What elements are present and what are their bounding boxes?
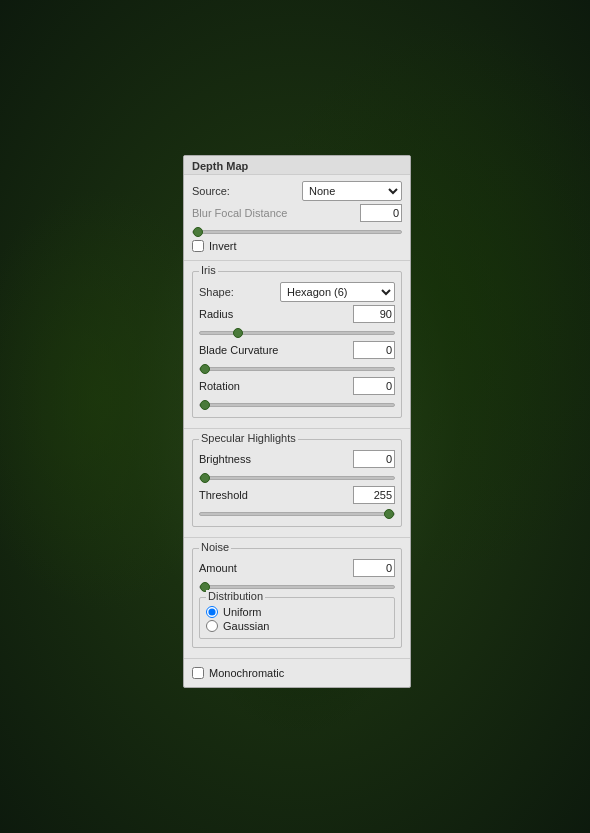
depth-map-title-text: Depth Map <box>192 160 248 172</box>
rotation-slider-container <box>199 397 395 409</box>
main-panel: Depth Map Source: None Transparency Laye… <box>183 155 411 688</box>
monochromatic-label: Monochromatic <box>209 667 284 679</box>
rotation-label: Rotation <box>199 380 240 392</box>
rotation-input[interactable] <box>353 377 395 395</box>
amount-input[interactable] <box>353 559 395 577</box>
iris-section: Iris Shape: Triangle (3) Square (4) Pent… <box>184 261 410 429</box>
uniform-label: Uniform <box>223 606 262 618</box>
brightness-slider[interactable] <box>199 476 395 480</box>
blade-curvature-slider-container <box>199 361 395 373</box>
specular-group-label: Specular Highlights <box>199 432 298 444</box>
invert-checkbox[interactable] <box>192 240 204 252</box>
blur-focal-slider[interactable] <box>192 230 402 234</box>
threshold-label: Threshold <box>199 489 248 501</box>
source-row: Source: None Transparency Layer Mask <box>192 181 402 201</box>
blade-curvature-input[interactable] <box>353 341 395 359</box>
brightness-input[interactable] <box>353 450 395 468</box>
blur-focal-input[interactable] <box>360 204 402 222</box>
noise-section: Noise Amount Distribution Uniform Gau <box>184 538 410 659</box>
rotation-slider[interactable] <box>199 403 395 407</box>
blur-focal-row: Blur Focal Distance <box>192 204 402 222</box>
blur-focal-slider-container <box>192 224 402 236</box>
threshold-slider-container <box>199 506 395 518</box>
source-label: Source: <box>192 185 230 197</box>
monochromatic-row: Monochromatic <box>192 667 402 679</box>
uniform-row: Uniform <box>206 606 388 618</box>
noise-group-label: Noise <box>199 541 231 553</box>
rotation-row: Rotation <box>199 377 395 395</box>
depth-map-title: Depth Map <box>184 156 410 175</box>
radius-input[interactable] <box>353 305 395 323</box>
invert-label: Invert <box>209 240 237 252</box>
iris-group-label: Iris <box>199 264 218 276</box>
radius-row: Radius <box>199 305 395 323</box>
threshold-slider[interactable] <box>199 512 395 516</box>
blur-focal-label: Blur Focal Distance <box>192 207 287 219</box>
source-select[interactable]: None Transparency Layer Mask <box>302 181 402 201</box>
distribution-label: Distribution <box>206 590 265 602</box>
iris-group: Iris Shape: Triangle (3) Square (4) Pent… <box>192 271 402 418</box>
uniform-radio[interactable] <box>206 606 218 618</box>
blade-curvature-slider[interactable] <box>199 367 395 371</box>
specular-section: Specular Highlights Brightness Threshold <box>184 429 410 538</box>
shape-label: Shape: <box>199 286 234 298</box>
blade-curvature-row: Blade Curvature <box>199 341 395 359</box>
depth-map-section: Source: None Transparency Layer Mask Blu… <box>184 175 410 261</box>
brightness-slider-container <box>199 470 395 482</box>
threshold-input[interactable] <box>353 486 395 504</box>
shape-select[interactable]: Triangle (3) Square (4) Pentagon (5) Hex… <box>280 282 395 302</box>
distribution-group: Distribution Uniform Gaussian <box>199 597 395 639</box>
brightness-label: Brightness <box>199 453 251 465</box>
gaussian-radio[interactable] <box>206 620 218 632</box>
threshold-row: Threshold <box>199 486 395 504</box>
brightness-row: Brightness <box>199 450 395 468</box>
noise-group: Noise Amount Distribution Uniform Gau <box>192 548 402 648</box>
gaussian-label: Gaussian <box>223 620 269 632</box>
gaussian-row: Gaussian <box>206 620 388 632</box>
monochromatic-section: Monochromatic <box>184 659 410 687</box>
shape-row: Shape: Triangle (3) Square (4) Pentagon … <box>199 282 395 302</box>
radius-slider[interactable] <box>199 331 395 335</box>
specular-group: Specular Highlights Brightness Threshold <box>192 439 402 527</box>
amount-row: Amount <box>199 559 395 577</box>
radius-slider-container <box>199 325 395 337</box>
blade-curvature-label: Blade Curvature <box>199 344 279 356</box>
monochromatic-checkbox[interactable] <box>192 667 204 679</box>
amount-label: Amount <box>199 562 237 574</box>
distribution-options: Uniform Gaussian <box>206 606 388 632</box>
radius-label: Radius <box>199 308 233 320</box>
invert-row: Invert <box>192 240 402 252</box>
amount-slider[interactable] <box>199 585 395 589</box>
